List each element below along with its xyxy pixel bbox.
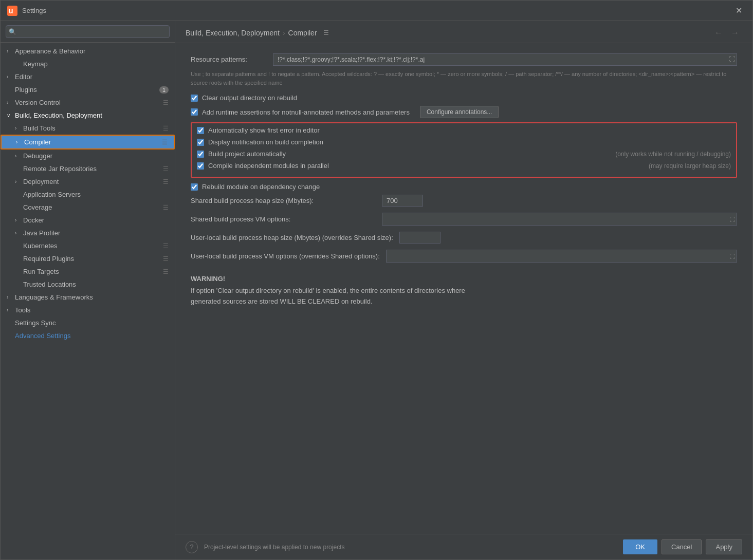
- pin-icon: ☰: [163, 204, 169, 211]
- vm-options-label: Shared build process VM options:: [191, 215, 376, 223]
- chevron-icon: ›: [7, 48, 12, 54]
- vm-options-input[interactable]: [382, 213, 737, 226]
- main-content: 🔍 › Appearance & Behavior Keymap ›: [1, 21, 752, 559]
- chevron-icon: ›: [15, 153, 20, 159]
- sidebar-item-advanced-settings[interactable]: Advanced Settings: [1, 329, 175, 342]
- help-button[interactable]: ?: [186, 541, 198, 553]
- apply-button[interactable]: Apply: [706, 539, 742, 554]
- vm-options-expand-icon[interactable]: ⛶: [729, 216, 735, 222]
- sidebar-nav: › Appearance & Behavior Keymap › Editor …: [1, 43, 175, 559]
- sidebar-item-build-tools[interactable]: › Build Tools ☰: [1, 122, 175, 135]
- breadcrumb-separator: ›: [283, 29, 285, 37]
- heap-size-row: Shared build process heap size (Mbytes):: [191, 195, 737, 207]
- breadcrumb-menu-icon[interactable]: ☰: [323, 29, 329, 36]
- compile-parallel-checkbox[interactable]: [197, 162, 204, 170]
- sidebar-item-tools[interactable]: › Tools: [1, 304, 175, 316]
- pin-icon: ☰: [163, 125, 169, 132]
- heap-size-input[interactable]: [382, 195, 423, 207]
- sidebar-item-label: Java Profiler: [23, 229, 60, 237]
- chevron-icon: ›: [7, 74, 12, 80]
- resource-patterns-label: Resource patterns:: [191, 53, 273, 63]
- resource-patterns-input[interactable]: [273, 53, 737, 66]
- sidebar-item-java-profiler[interactable]: › Java Profiler: [1, 227, 175, 239]
- sidebar-item-languages[interactable]: › Languages & Frameworks: [1, 291, 175, 304]
- search-input[interactable]: [6, 25, 170, 38]
- search-wrapper: 🔍: [6, 25, 170, 38]
- app-logo: u: [7, 5, 18, 16]
- sidebar-item-label: Docker: [23, 216, 44, 224]
- sidebar-item-label: Tools: [15, 306, 30, 314]
- sidebar-item-label: Trusted Locations: [23, 281, 76, 288]
- sidebar-item-required-plugins[interactable]: Required Plugins ☰: [1, 252, 175, 265]
- cancel-button[interactable]: Cancel: [662, 539, 702, 554]
- sidebar-item-label: Keymap: [23, 60, 48, 68]
- chevron-icon: ›: [15, 125, 20, 131]
- svg-text:u: u: [9, 7, 13, 15]
- chevron-icon: ›: [7, 307, 12, 313]
- ok-button[interactable]: OK: [623, 539, 657, 554]
- display-notification-row: Display notification on build completion: [197, 138, 731, 146]
- sidebar-item-docker[interactable]: › Docker: [1, 214, 175, 227]
- back-button[interactable]: ←: [711, 27, 726, 39]
- expand-icon[interactable]: ⛶: [729, 55, 735, 63]
- close-button[interactable]: ✕: [731, 4, 746, 17]
- footer-status: Project-level settings will be applied t…: [204, 544, 623, 551]
- sidebar-item-build-execution[interactable]: ∨ Build, Execution, Deployment: [1, 109, 175, 122]
- sidebar-item-version-control[interactable]: › Version Control ☰: [1, 96, 175, 109]
- sidebar-item-run-targets[interactable]: Run Targets ☰: [1, 265, 175, 278]
- panel-header: Build, Execution, Deployment › Compiler …: [175, 21, 752, 43]
- warning-text: If option 'Clear output directory on reb…: [191, 286, 737, 307]
- sidebar-item-label: Remote Jar Repositories: [23, 165, 97, 173]
- nav-arrows: ← →: [711, 27, 742, 39]
- local-vm-expand-icon[interactable]: ⛶: [729, 253, 735, 259]
- resource-patterns-hint: Use ; to separate patterns and ! to nega…: [191, 70, 737, 87]
- search-icon: 🔍: [9, 28, 16, 35]
- settings-content: Resource patterns: ⛶ Use ; to separate p…: [175, 43, 752, 534]
- local-vm-label: User-local build process VM options (ove…: [191, 252, 380, 260]
- add-runtime-row: Add runtime assertions for notnull-annot…: [191, 106, 737, 118]
- rebuild-module-checkbox[interactable]: [191, 183, 198, 191]
- sidebar-item-label: Coverage: [23, 203, 52, 211]
- chevron-icon: ›: [16, 139, 21, 145]
- display-notification-label: Display notification on build completion: [208, 138, 323, 146]
- sidebar-item-debugger[interactable]: › Debugger: [1, 150, 175, 162]
- auto-show-error-row: Automatically show first error in editor: [197, 126, 731, 134]
- sidebar-item-label: Editor: [15, 73, 32, 81]
- footer: ? Project-level settings will be applied…: [175, 534, 752, 559]
- sidebar-item-settings-sync[interactable]: Settings Sync: [1, 316, 175, 329]
- sidebar-item-plugins[interactable]: Plugins 1: [1, 83, 175, 96]
- sidebar-item-kubernetes[interactable]: Kubernetes ☰: [1, 239, 175, 252]
- forward-button[interactable]: →: [728, 27, 742, 39]
- chevron-icon: ›: [7, 100, 12, 105]
- display-notification-checkbox[interactable]: [197, 139, 204, 146]
- sidebar-item-editor[interactable]: › Editor: [1, 70, 175, 83]
- pin-icon: ☰: [163, 99, 169, 106]
- sidebar-item-label: Version Control: [15, 99, 61, 106]
- build-auto-checkbox[interactable]: [197, 151, 204, 158]
- local-heap-input[interactable]: [399, 232, 440, 244]
- clear-output-checkbox[interactable]: [191, 95, 198, 102]
- sidebar-item-label: Deployment: [23, 178, 59, 185]
- add-runtime-checkbox[interactable]: [191, 108, 198, 116]
- sidebar-item-appearance[interactable]: › Appearance & Behavior: [1, 45, 175, 58]
- configure-annotations-button[interactable]: Configure annotations...: [420, 106, 499, 118]
- plugins-badge: 1: [159, 86, 169, 94]
- sidebar-item-coverage[interactable]: Coverage ☰: [1, 201, 175, 214]
- right-panel: Build, Execution, Deployment › Compiler …: [175, 21, 752, 559]
- sidebar-item-app-servers[interactable]: Application Servers: [1, 188, 175, 201]
- sidebar: 🔍 › Appearance & Behavior Keymap ›: [1, 21, 175, 559]
- auto-show-error-checkbox[interactable]: [197, 127, 204, 134]
- sidebar-item-label: Debugger: [23, 152, 52, 160]
- title-bar: u Settings ✕: [1, 1, 752, 21]
- chevron-icon: ›: [7, 294, 12, 300]
- build-auto-label: Build project automatically: [208, 150, 286, 158]
- sidebar-item-compiler[interactable]: › Compiler ☰: [1, 135, 175, 150]
- sidebar-item-label: Required Plugins: [23, 255, 74, 263]
- sidebar-item-deployment[interactable]: › Deployment ☰: [1, 175, 175, 188]
- sidebar-item-remote-jar[interactable]: Remote Jar Repositories ☰: [1, 162, 175, 175]
- local-heap-row: User-local build process heap size (Mbyt…: [191, 232, 737, 244]
- sidebar-item-trusted-locations[interactable]: Trusted Locations: [1, 278, 175, 291]
- chevron-icon: ∨: [7, 113, 12, 118]
- local-vm-input[interactable]: [386, 250, 737, 263]
- sidebar-item-keymap[interactable]: Keymap: [1, 58, 175, 70]
